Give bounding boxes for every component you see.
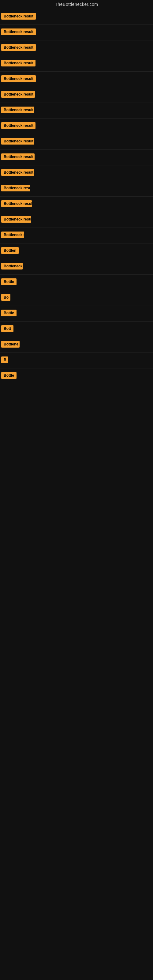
result-row-10: Bottleneck result bbox=[0, 150, 153, 165]
result-row-23: B bbox=[0, 353, 153, 368]
result-row-4: Bottleneck result bbox=[0, 56, 153, 72]
bottleneck-badge-15[interactable]: Bottleneck r bbox=[1, 232, 24, 238]
result-row-24: Bottle bbox=[0, 368, 153, 384]
bottleneck-badge-19[interactable]: Bo bbox=[1, 294, 10, 301]
bottleneck-badge-10[interactable]: Bottleneck result bbox=[1, 153, 35, 160]
bottleneck-badge-2[interactable]: Bottleneck result bbox=[1, 29, 36, 35]
result-row-20: Bottle bbox=[0, 306, 153, 321]
bottleneck-badge-3[interactable]: Bottleneck result bbox=[1, 44, 36, 51]
bottleneck-badge-9[interactable]: Bottleneck result bbox=[1, 138, 34, 145]
result-row-18: Bottle bbox=[0, 275, 153, 290]
result-row-13: Bottleneck resul bbox=[0, 197, 153, 212]
bottleneck-badge-5[interactable]: Bottleneck result bbox=[1, 75, 36, 82]
result-row-6: Bottleneck result bbox=[0, 87, 153, 103]
bottleneck-badge-16[interactable]: Bottlen bbox=[1, 247, 19, 254]
bottleneck-badge-7[interactable]: Bottleneck result bbox=[1, 107, 34, 113]
bottleneck-badge-6[interactable]: Bottleneck result bbox=[1, 91, 35, 98]
result-row-17: Bottleneck bbox=[0, 259, 153, 275]
result-row-5: Bottleneck result bbox=[0, 72, 153, 87]
result-row-1: Bottleneck result bbox=[0, 9, 153, 25]
bottleneck-badge-24[interactable]: Bottle bbox=[1, 372, 16, 379]
bottleneck-badge-14[interactable]: Bottleneck resul bbox=[1, 216, 31, 223]
result-row-2: Bottleneck result bbox=[0, 25, 153, 40]
result-row-3: Bottleneck result bbox=[0, 40, 153, 56]
bottleneck-badge-8[interactable]: Bottleneck result bbox=[1, 122, 35, 129]
result-row-22: Bottlene bbox=[0, 337, 153, 353]
result-row-16: Bottlen bbox=[0, 243, 153, 259]
bottleneck-badge-21[interactable]: Bott bbox=[1, 325, 13, 332]
bottleneck-badge-1[interactable]: Bottleneck result bbox=[1, 13, 36, 20]
result-row-11: Bottleneck result bbox=[0, 165, 153, 181]
result-row-14: Bottleneck resul bbox=[0, 212, 153, 228]
bottleneck-badge-4[interactable]: Bottleneck result bbox=[1, 60, 35, 67]
result-row-8: Bottleneck result bbox=[0, 119, 153, 134]
result-row-9: Bottleneck result bbox=[0, 134, 153, 150]
results-container: Bottleneck resultBottleneck resultBottle… bbox=[0, 9, 153, 384]
result-row-21: Bott bbox=[0, 321, 153, 337]
result-row-15: Bottleneck r bbox=[0, 228, 153, 243]
bottleneck-badge-22[interactable]: Bottlene bbox=[1, 341, 19, 348]
result-row-19: Bo bbox=[0, 290, 153, 306]
bottleneck-badge-12[interactable]: Bottleneck resu bbox=[1, 185, 30, 191]
bottleneck-badge-11[interactable]: Bottleneck result bbox=[1, 169, 34, 176]
bottleneck-badge-18[interactable]: Bottle bbox=[1, 278, 16, 285]
bottleneck-badge-20[interactable]: Bottle bbox=[1, 310, 16, 317]
result-row-7: Bottleneck result bbox=[0, 103, 153, 119]
bottleneck-badge-13[interactable]: Bottleneck resul bbox=[1, 200, 32, 207]
bottleneck-badge-23[interactable]: B bbox=[1, 356, 8, 363]
site-title: TheBottlenecker.com bbox=[0, 0, 153, 9]
result-row-12: Bottleneck resu bbox=[0, 181, 153, 197]
bottleneck-badge-17[interactable]: Bottleneck bbox=[1, 263, 22, 269]
